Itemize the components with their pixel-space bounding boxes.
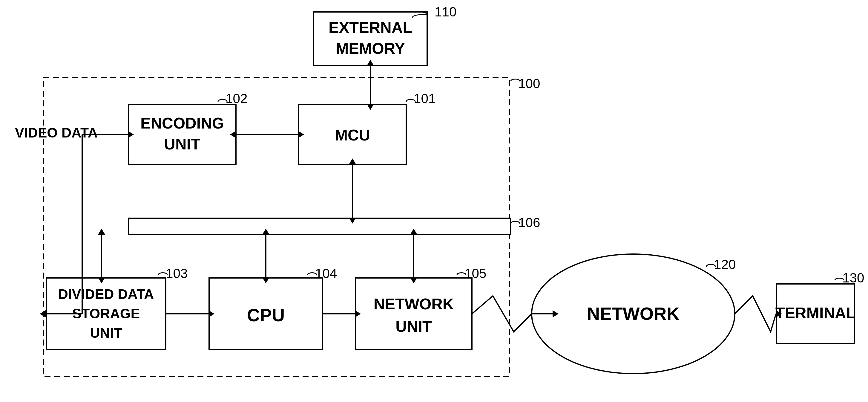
ref-103: 103: [166, 266, 188, 281]
terminal-label: TERMINAL: [775, 304, 856, 322]
network-unit-label2: UNIT: [396, 318, 432, 335]
ref-105: 105: [464, 266, 486, 281]
ref-106: 106: [518, 215, 540, 230]
video-data-label: VIDEO DATA: [15, 125, 98, 141]
diagram-container: EXTERNAL MEMORY 110 100 ENCODING UNIT 10…: [0, 0, 868, 402]
external-memory-label2: MEMORY: [336, 40, 405, 57]
svg-rect-3: [128, 105, 236, 164]
encoding-unit-label2: UNIT: [164, 135, 200, 153]
mcu-label: MCU: [335, 126, 370, 144]
external-memory-label: EXTERNAL: [329, 19, 412, 36]
svg-rect-8: [355, 278, 472, 350]
ref-130: 130: [842, 270, 864, 285]
ref-100: 100: [518, 76, 540, 91]
ref-104: 104: [315, 266, 337, 281]
encoding-unit-label: ENCODING: [141, 114, 224, 132]
divided-data-label3: UNIT: [90, 325, 122, 341]
cpu-label: CPU: [247, 305, 285, 325]
ref-102: 102: [225, 91, 247, 106]
ref-101: 101: [414, 91, 435, 106]
divided-data-label: DIVIDED DATA: [58, 286, 154, 302]
ref-120: 120: [714, 257, 736, 272]
svg-rect-5: [128, 218, 511, 235]
network-label: NETWORK: [587, 304, 680, 324]
network-unit-label: NETWORK: [374, 295, 454, 313]
ref-110: 110: [435, 4, 456, 19]
